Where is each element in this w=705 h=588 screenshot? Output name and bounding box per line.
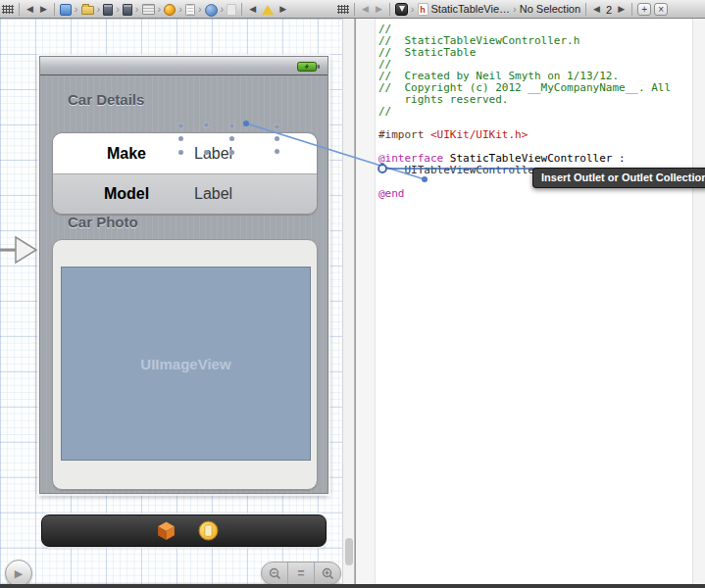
interface-builder-canvas[interactable]: Car Details Make Label Model Label Car P… xyxy=(0,19,342,584)
assistant-forward-button[interactable]: ▶ xyxy=(374,0,384,19)
jump-bar: ◀ ▶ › › › › › › › › ◀ ▶ xyxy=(0,0,705,19)
code-token: #import xyxy=(378,128,430,141)
issue-back-button[interactable]: ◀ xyxy=(247,0,258,19)
back-button[interactable]: ◀ xyxy=(25,0,35,19)
code-line[interactable]: @end xyxy=(378,188,671,200)
xcode-editor-area: ◀ ▶ › › › › › › › › ◀ ▶ xyxy=(0,0,705,588)
close-assistant-editor-button[interactable]: × xyxy=(654,3,668,16)
table-view[interactable]: Car Details Make Label Model Label Car P… xyxy=(40,75,327,495)
code-line[interactable]: rights reserved. xyxy=(378,94,671,106)
row-title: Model xyxy=(53,174,200,214)
table-row-model[interactable]: Model Label xyxy=(53,173,317,214)
section-header-car-details[interactable]: Car Details xyxy=(68,91,144,108)
selection-handle[interactable] xyxy=(275,124,279,129)
breadcrumb-chevron: › xyxy=(513,0,517,19)
window-bottom-edge xyxy=(0,584,705,588)
scene-dock xyxy=(41,514,327,547)
selection-handle[interactable] xyxy=(204,150,209,155)
selection-handle[interactable] xyxy=(275,136,279,141)
view-controller-object-cube-icon[interactable] xyxy=(156,520,176,541)
counterpart-count: 2 xyxy=(605,4,613,16)
table-view-icon[interactable] xyxy=(142,4,155,15)
separator xyxy=(354,3,355,16)
forward-button[interactable]: ▶ xyxy=(38,0,49,19)
assistant-mode-icon[interactable] xyxy=(395,3,408,16)
assistant-related-items-icon[interactable] xyxy=(337,5,349,14)
breadcrumb-chevron: › xyxy=(221,0,225,19)
separator xyxy=(389,3,390,16)
editor-gutter xyxy=(356,19,376,584)
zoom-in-button[interactable] xyxy=(314,563,340,584)
selection-handle[interactable] xyxy=(178,123,183,128)
code-token: @end xyxy=(378,187,405,200)
counterpart-back-button[interactable]: ◀ xyxy=(591,0,602,19)
insert-outlet-tooltip: Insert Outlet or Outlet Collection xyxy=(532,168,705,188)
separator xyxy=(631,3,632,16)
vertical-scrollbar-thumb[interactable] xyxy=(345,538,353,565)
selection-handle[interactable] xyxy=(275,149,279,154)
breadcrumb-chevron: › xyxy=(178,0,182,19)
zoom-out-button[interactable] xyxy=(262,563,287,584)
breadcrumb-chevron: › xyxy=(116,0,120,19)
code-line[interactable]: // StaticTable xyxy=(378,47,671,59)
vertical-scrollbar[interactable] xyxy=(342,19,355,584)
separator xyxy=(241,3,242,16)
uiimageview-label: UIImageView xyxy=(140,356,230,372)
project-icon[interactable] xyxy=(60,4,72,16)
separator xyxy=(19,3,20,16)
separator xyxy=(585,3,586,16)
initial-view-controller-arrow[interactable] xyxy=(0,234,39,266)
status-bar xyxy=(40,57,327,75)
section-header-car-photo[interactable]: Car Photo xyxy=(68,214,138,230)
code-token: // StaticTable xyxy=(378,46,476,59)
table-view-controller-scene[interactable]: Car Details Make Label Model Label Car P… xyxy=(39,56,328,494)
battery-icon xyxy=(297,61,322,73)
table-section-car-details[interactable]: Make Label Model Label xyxy=(52,132,318,215)
breadcrumb-chevron: › xyxy=(158,0,162,19)
editor-scrollbar[interactable] xyxy=(692,19,705,584)
play-button[interactable]: ▶ xyxy=(5,560,32,587)
first-responder-breadcrumb-icon[interactable] xyxy=(164,4,176,16)
code-line[interactable]: #import <UIKit/UIKit.h> xyxy=(378,129,671,141)
scene-file-icon[interactable] xyxy=(123,4,132,16)
issue-forward-button[interactable]: ▶ xyxy=(277,0,288,19)
breadcrumb-chevron: › xyxy=(135,0,139,19)
related-items-icon[interactable] xyxy=(2,5,14,14)
first-responder-icon[interactable] xyxy=(198,520,219,541)
separator xyxy=(54,3,55,16)
selection-handle[interactable] xyxy=(229,123,234,128)
zoom-actual-size-button[interactable]: = xyxy=(287,563,314,584)
code-line[interactable]: // xyxy=(378,106,671,118)
code-editor[interactable]: //// StaticTableViewController.h// Stati… xyxy=(356,19,705,584)
header-file-icon: h xyxy=(418,3,428,16)
document-icon[interactable] xyxy=(185,4,195,16)
assistant-jump-bar: ◀ ▶ › h StaticTableVie… › No Selection ◀… xyxy=(337,0,668,19)
assistant-file-name[interactable]: StaticTableVie… xyxy=(431,0,511,19)
selection-handle[interactable] xyxy=(229,136,234,141)
code-token: UITableViewController xyxy=(378,164,541,176)
view-controller-cube-icon[interactable] xyxy=(205,3,218,16)
breadcrumb-chevron: › xyxy=(75,0,78,19)
breadcrumb-chevron: › xyxy=(97,0,101,19)
breadcrumb-chevron: › xyxy=(198,0,202,19)
table-cell-car-photo[interactable]: UIImageView xyxy=(52,239,318,490)
dimmed-document-icon[interactable] xyxy=(227,4,236,16)
selection-handle[interactable] xyxy=(178,136,183,141)
row-value-label[interactable]: Label xyxy=(194,174,232,214)
uiimageview[interactable]: UIImageView xyxy=(61,267,311,461)
add-assistant-editor-button[interactable]: + xyxy=(637,3,651,16)
assistant-selection[interactable]: No Selection xyxy=(520,0,580,19)
storyboard-file-icon[interactable] xyxy=(103,4,113,16)
folder-icon[interactable] xyxy=(81,6,94,15)
selection-handle[interactable] xyxy=(229,150,234,155)
counterpart-forward-button[interactable]: ▶ xyxy=(616,0,627,19)
row-value-label[interactable]: Label xyxy=(194,133,232,173)
selection-handle[interactable] xyxy=(204,122,209,127)
breadcrumb-chevron: › xyxy=(411,0,415,19)
code-token: rights reserved. xyxy=(378,93,508,106)
jump-bar-left: ◀ ▶ › › › › › › › › ◀ ▶ xyxy=(0,0,288,19)
warning-icon[interactable] xyxy=(262,5,274,15)
selection-handle[interactable] xyxy=(178,150,183,155)
assistant-back-button[interactable]: ◀ xyxy=(360,0,371,19)
code-token: <UIKit/UIKit.h> xyxy=(430,128,528,141)
